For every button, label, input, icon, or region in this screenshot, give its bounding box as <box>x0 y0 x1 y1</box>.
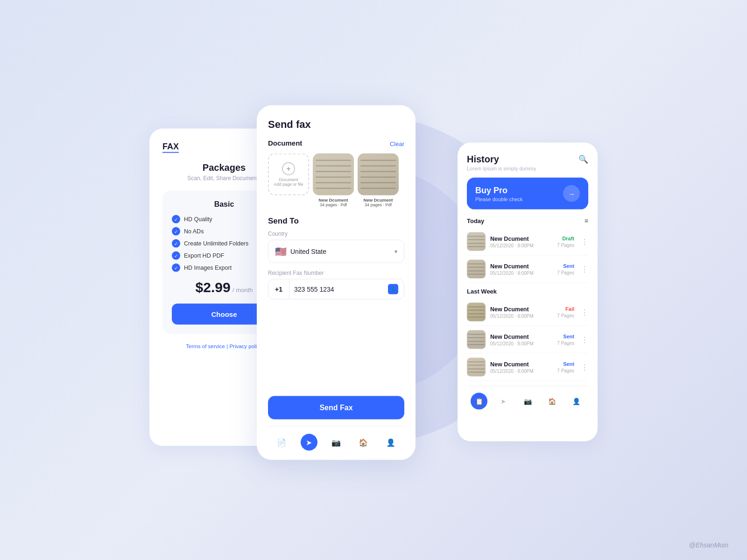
terms-link[interactable]: Terms of service <box>186 343 225 349</box>
hist-nav-camera-icon[interactable]: 📷 <box>519 393 536 410</box>
hist-thumb-today-2 <box>467 260 486 279</box>
us-flag-icon: 🇺🇸 <box>275 246 287 257</box>
hist-more-lw-2[interactable]: ⋮ <box>579 335 588 344</box>
contact-icon: 👤 <box>388 284 398 294</box>
country-label: Country <box>268 231 404 237</box>
search-icon[interactable]: 🔍 <box>578 154 588 164</box>
check-icon: ✓ <box>172 252 180 260</box>
hist-thumb-lw-2 <box>467 330 486 349</box>
doc-thumb-2-wrapper: New Dcument 34 pages · Pdf <box>358 154 399 207</box>
send-fax-bottom-nav: 📄 ➤ 📷 🏠 👤 <box>268 426 404 451</box>
history-bottom-nav: 📋 ➤ 📷 🏠 👤 <box>467 386 588 410</box>
hist-date-today-2: 05/12/2020 · 8:00PM <box>490 270 552 275</box>
check-icon: ✓ <box>172 239 180 248</box>
send-fax-title: Send fax <box>268 119 404 131</box>
history-title: History <box>467 154 499 165</box>
plus-icon: + <box>282 162 295 175</box>
buy-pro-title: Buy Pro <box>475 185 523 195</box>
today-section-label: Today ≡ <box>467 217 588 224</box>
doc-2-name: New Dcument 34 pages · Pdf <box>364 197 393 207</box>
country-select[interactable]: 🇺🇸 United State ▾ <box>268 240 404 263</box>
contact-icon-wrap[interactable]: 👤 <box>382 280 404 299</box>
send-to-title: Send To <box>268 217 404 226</box>
add-document-button[interactable]: + DocumentAdd page or file <box>268 154 309 196</box>
nav-profile-icon[interactable]: 👤 <box>382 434 399 451</box>
doc-thumb-1[interactable] <box>313 154 354 196</box>
price-period: / month <box>233 287 253 294</box>
history-item-lw-1: New Dcument 05/12/2020 · 8:00PM Fail 7 P… <box>467 299 588 326</box>
hist-name-today-2: New Dcument <box>490 263 552 269</box>
hist-thumb-today-1 <box>467 232 486 251</box>
history-card: History 🔍 Lorem Ipsum is simply dummy Bu… <box>458 143 598 441</box>
cards-container: FAX Skip Packages Scan, Edit, Share Docu… <box>149 105 598 469</box>
add-doc-label: DocumentAdd page or file <box>274 177 303 187</box>
hist-pages-today-2: 7 Pages <box>557 270 574 275</box>
hist-date-today-1: 05/12/2020 · 8:00PM <box>490 243 552 248</box>
buy-pro-banner[interactable]: Buy Pro Please double check → <box>467 178 588 210</box>
hist-nav-profile-icon[interactable]: 👤 <box>568 393 585 410</box>
buy-pro-arrow-icon: → <box>563 185 580 202</box>
nav-document-icon[interactable]: 📄 <box>273 434 290 451</box>
doc-thumb-2[interactable] <box>358 154 399 196</box>
hist-status-today-1: Draft <box>562 236 574 241</box>
hist-more-lw-1[interactable]: ⋮ <box>579 308 588 316</box>
lastweek-section-label: Last Week <box>467 288 588 295</box>
country-name: United State <box>290 248 391 255</box>
hist-more-today-1[interactable]: ⋮ <box>579 237 588 246</box>
price-amount: $2.99 <box>196 280 231 295</box>
nav-send-icon[interactable]: ➤ <box>301 434 317 451</box>
check-icon: ✓ <box>172 264 180 272</box>
send-fax-card: Send fax Document Clear + DocumentAdd pa… <box>257 105 416 460</box>
hist-pages-today-1: 7 Pages <box>557 243 574 248</box>
doc-1-name: New Dcument 34 pages · Pdf <box>319 197 348 207</box>
history-item-lw-3: New Dcument 05/12/2020 · 8:00PM Sent 7 P… <box>467 354 588 381</box>
document-section-header: Document Clear <box>268 139 404 149</box>
check-icon: ✓ <box>172 215 180 224</box>
history-item-today-1: New Dcument 05/12/2020 · 8:00PM Draft 7 … <box>467 228 588 256</box>
hist-status-today-2: Sent <box>563 263 574 269</box>
sort-icon[interactable]: ≡ <box>585 217 588 224</box>
nav-camera-icon[interactable]: 📷 <box>328 434 345 451</box>
fax-number-input[interactable] <box>289 280 382 299</box>
document-section-label: Document <box>268 139 302 147</box>
clear-link[interactable]: Clear <box>390 140 404 147</box>
buy-pro-subtitle: Please double check <box>475 196 523 202</box>
history-item-today-2: New Dcument 05/12/2020 · 8:00PM Sent 7 P… <box>467 256 588 283</box>
hist-name-today-1: New Dcument <box>490 235 552 242</box>
hist-more-lw-3[interactable]: ⋮ <box>579 363 588 371</box>
history-header: History 🔍 <box>467 154 588 165</box>
documents-row: + DocumentAdd page or file <box>268 154 404 207</box>
doc-thumb-1-wrapper: New Dcument 34 pages · Pdf <box>313 154 354 207</box>
history-subtitle: Lorem Ipsum is simply dummy <box>467 166 588 171</box>
check-icon: ✓ <box>172 227 180 236</box>
hist-thumb-lw-1 <box>467 303 486 322</box>
chevron-down-icon: ▾ <box>395 248 397 255</box>
hist-nav-home-icon[interactable]: 🏠 <box>543 393 560 410</box>
hist-nav-list-icon[interactable]: 📋 <box>471 393 487 410</box>
hist-more-today-2[interactable]: ⋮ <box>579 265 588 273</box>
country-code: +1 <box>268 280 289 299</box>
fax-logo: FAX <box>162 142 179 153</box>
send-fax-button[interactable]: Send Fax <box>268 396 404 420</box>
watermark: @EhsanMoin <box>689 541 728 549</box>
hist-nav-send-icon[interactable]: ➤ <box>495 393 512 410</box>
fax-number-row: +1 👤 <box>268 279 404 300</box>
nav-home-icon[interactable]: 🏠 <box>355 434 372 451</box>
history-item-lw-2: New Dcument 05/12/2020 · 8:00PM Sent 7 P… <box>467 326 588 354</box>
hist-thumb-lw-3 <box>467 358 486 377</box>
fax-number-label: Recipient Fax Number <box>268 270 404 276</box>
